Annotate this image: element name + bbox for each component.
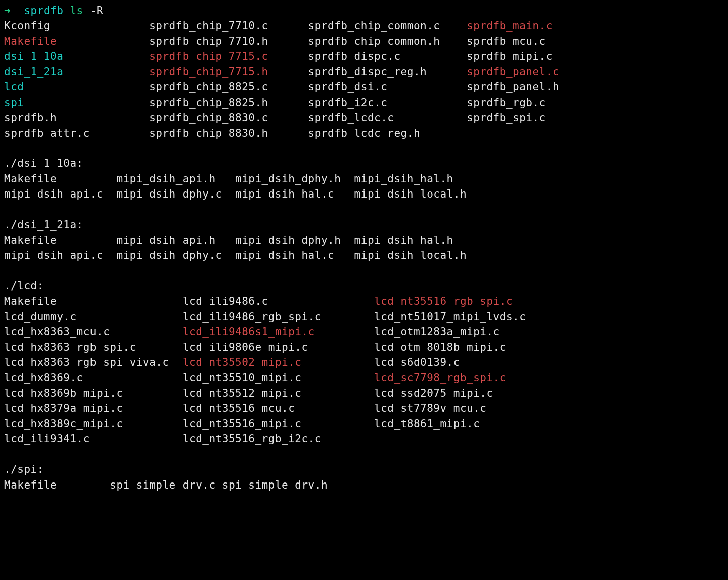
file-entry: lcd_nt51017_mipi_lvds.c [374, 311, 526, 323]
file-entry: sprdfb_chip_common.c [308, 20, 467, 32]
file-entry: mipi_dsih_dphy.h [235, 173, 354, 185]
file-entry: lcd_ssd2075_mipi.c [374, 387, 493, 399]
listing-row: Makefile spi_simple_drv.c spi_simple_drv… [4, 477, 724, 493]
section-header-text: ./dsi_1_21a: [4, 219, 83, 231]
highlighted-file: lcd_nt35502_mipi.c [183, 356, 374, 368]
file-entry: sprdfb.h [4, 112, 149, 124]
prompt-line[interactable]: ➜ sprdfb ls -R [4, 3, 724, 18]
file-entry: lcd_nt35512_mipi.c [183, 387, 374, 399]
listing-row: sprdfb_attr.c sprdfb_chip_8830.h sprdfb_… [4, 126, 724, 141]
file-entry: sprdfb_attr.c [4, 127, 149, 139]
highlighted-file: sprdfb_main.c [467, 20, 553, 32]
file-entry: mipi_dsih_hal.h [354, 234, 453, 246]
file-entry: sprdfb_rgb.c [467, 96, 546, 109]
file-entry: mipi_dsih_dphy.h [235, 234, 354, 246]
highlighted-file: sprdfb_panel.c [467, 66, 559, 78]
file-entry: mipi_dsih_hal.c [235, 249, 354, 261]
file-entry: mipi_dsih_dphy.c [116, 188, 235, 200]
section-header: ./lcd: [4, 278, 724, 294]
file-entry: lcd_ili9486_rgb_spi.c [183, 311, 374, 323]
listing-row: Makefile lcd_ili9486.c lcd_nt35516_rgb_s… [4, 294, 724, 309]
file-entry: mipi_dsih_api.c [4, 249, 116, 261]
listing-row: lcd sprdfb_chip_8825.c sprdfb_dsi.c sprd… [4, 79, 724, 94]
terminal-output: ➜ sprdfb ls -RKconfig sprdfb_chip_7710.c… [0, 0, 728, 499]
file-entry: sprdfb_lcdc.c [308, 112, 467, 124]
listing-row: lcd_hx8363_rgb_spi_viva.c lcd_nt35502_mi… [4, 355, 724, 370]
file-entry: lcd_t8861_mipi.c [374, 418, 480, 430]
directory-entry: dsi_1_10a [4, 50, 149, 62]
listing-row: sprdfb.h sprdfb_chip_8830.c sprdfb_lcdc.… [4, 110, 724, 125]
file-entry: sprdfb_mcu.c [467, 35, 546, 47]
highlighted-file: lcd_nt35516_rgb_spi.c [374, 295, 513, 307]
file-entry: sprdfb_i2c.c [308, 96, 467, 109]
file-entry: Makefile [4, 295, 183, 307]
file-entry: lcd_hx8363_rgb_spi.c [4, 341, 183, 353]
file-entry: lcd_ili9341.c [4, 433, 183, 445]
directory-entry: lcd [4, 81, 149, 93]
file-entry: Makefile [4, 234, 116, 246]
file-entry: spi_simple_drv.c [110, 479, 222, 491]
highlighted-file: sprdfb_chip_7715.c [149, 50, 308, 62]
file-entry: lcd_nt35516_mipi.c [183, 418, 374, 430]
file-entry: lcd_nt35516_rgb_i2c.c [183, 433, 374, 445]
listing-row: lcd_ili9341.c lcd_nt35516_rgb_i2c.c [4, 431, 724, 446]
file-entry: Makefile [4, 479, 110, 491]
section-header: ./dsi_1_21a: [4, 217, 724, 232]
file-entry: lcd_hx8363_mcu.c [4, 326, 183, 338]
highlighted-file: lcd_ili9486s1_mipi.c [183, 326, 374, 338]
file-entry: lcd_hx8369b_mipi.c [4, 387, 183, 399]
file-entry: sprdfb_chip_common.h [308, 35, 467, 47]
file-entry: Makefile [4, 173, 116, 185]
listing-row: Makefile mipi_dsih_api.h mipi_dsih_dphy.… [4, 171, 724, 186]
file-entry: sprdfb_spi.c [467, 112, 546, 124]
section-header: ./dsi_1_10a: [4, 156, 724, 171]
file-entry: lcd_nt35516_mcu.c [183, 402, 374, 414]
file-entry: mipi_dsih_local.h [354, 249, 467, 261]
command-flags: -R [90, 5, 103, 17]
file-entry: mipi_dsih_hal.c [235, 188, 354, 200]
listing-row: mipi_dsih_api.c mipi_dsih_dphy.c mipi_ds… [4, 186, 724, 202]
file-entry: lcd_s6d0139.c [374, 356, 460, 368]
file-entry: lcd_ili9486.c [183, 295, 374, 307]
file-entry: sprdfb_chip_8830.h [149, 127, 308, 139]
highlighted-file: lcd_sc7798_rgb_spi.c [374, 372, 506, 384]
file-entry: sprdfb_dsi.c [308, 81, 467, 93]
directory-entry: spi [4, 96, 149, 109]
section-header: ./spi: [4, 462, 724, 477]
listing-row: lcd_hx8369.c lcd_nt35510_mipi.c lcd_sc77… [4, 370, 724, 385]
file-entry: sprdfb_chip_8825.h [149, 96, 308, 109]
listing-row: lcd_hx8369b_mipi.c lcd_nt35512_mipi.c lc… [4, 385, 724, 401]
file-entry: mipi_dsih_dphy.c [116, 249, 235, 261]
section-header-text: ./lcd: [4, 280, 44, 292]
file-entry: sprdfb_chip_8825.c [149, 81, 308, 93]
listing-row: lcd_hx8363_mcu.c lcd_ili9486s1_mipi.c lc… [4, 324, 724, 339]
listing-row: mipi_dsih_api.c mipi_dsih_dphy.c mipi_ds… [4, 248, 724, 263]
listing-row: Kconfig sprdfb_chip_7710.c sprdfb_chip_c… [4, 18, 724, 33]
file-entry: lcd_hx8389c_mipi.c [4, 418, 183, 430]
file-entry: sprdfb_dispc.c [308, 50, 467, 62]
file-entry: sprdfb_panel.h [467, 81, 559, 93]
file-entry: lcd_otm1283a_mipi.c [374, 326, 500, 338]
file-entry: mipi_dsih_api.c [4, 188, 116, 200]
file-entry: mipi_dsih_api.h [116, 234, 235, 246]
listing-row: Makefile mipi_dsih_api.h mipi_dsih_dphy.… [4, 233, 724, 248]
listing-row: spi sprdfb_chip_8825.h sprdfb_i2c.c sprd… [4, 95, 724, 110]
file-entry: sprdfb_dispc_reg.h [308, 66, 467, 78]
file-entry: mipi_dsih_hal.h [354, 173, 453, 185]
file-entry: lcd_hx8363_rgb_spi_viva.c [4, 356, 183, 368]
command-name: ls [70, 5, 83, 17]
listing-row: lcd_hx8363_rgb_spi.c lcd_ili9806e_mipi.c… [4, 340, 724, 355]
directory-entry: dsi_1_21a [4, 66, 149, 78]
file-entry: mipi_dsih_api.h [116, 173, 235, 185]
file-entry: mipi_dsih_local.h [354, 188, 467, 200]
file-entry: lcd_hx8369.c [4, 372, 183, 384]
highlighted-file: sprdfb_chip_7715.h [149, 66, 308, 78]
section-header-text: ./dsi_1_10a: [4, 157, 83, 169]
file-entry: lcd_dummy.c [4, 311, 183, 323]
file-entry: lcd_hx8379a_mipi.c [4, 402, 183, 414]
file-entry: lcd_otm_8018b_mipi.c [374, 341, 506, 353]
prompt-arrow-icon: ➜ [4, 5, 11, 17]
file-entry: Kconfig [4, 20, 149, 32]
prompt-cwd: sprdfb [24, 5, 63, 17]
section-header-text: ./spi: [4, 463, 44, 475]
